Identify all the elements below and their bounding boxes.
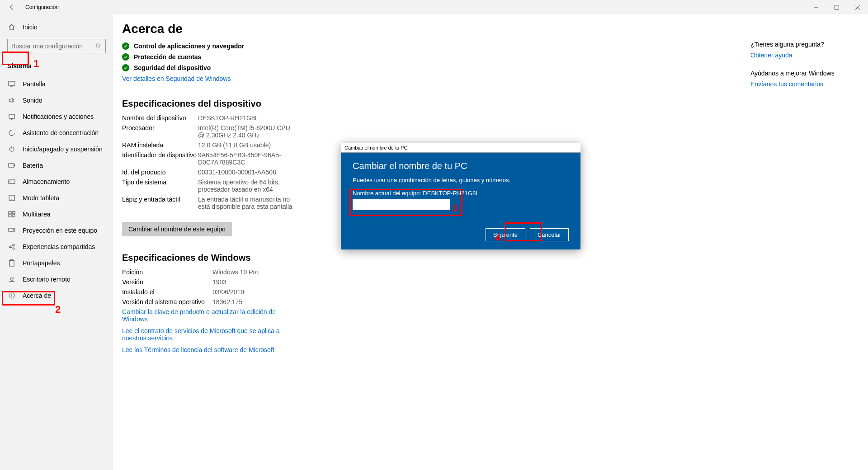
right-panel: ¿Tienes alguna pregunta? Obtener ayuda A… bbox=[750, 41, 850, 99]
power-icon bbox=[7, 146, 16, 153]
sidebar-item-portapapeles[interactable]: Portapapeles bbox=[0, 255, 113, 271]
search-icon bbox=[95, 43, 102, 49]
notifications-icon bbox=[7, 113, 16, 120]
window-title: Configuración bbox=[25, 4, 59, 10]
dialog-next-button[interactable]: Siguiente bbox=[486, 228, 525, 241]
sidebar-item-escritorio-remoto[interactable]: Escritorio remoto bbox=[0, 271, 113, 287]
svg-rect-17 bbox=[9, 212, 11, 214]
svg-line-25 bbox=[11, 245, 13, 246]
dialog-name-input[interactable] bbox=[353, 199, 450, 210]
sidebar-item-almacenamiento[interactable]: Almacenamiento bbox=[0, 174, 113, 190]
security-item-label: Protección de cuentas bbox=[134, 53, 201, 61]
sidebar-item-label: Almacenamiento bbox=[23, 178, 70, 185]
sidebar-item-proyeccion[interactable]: Proyección en este equipo bbox=[0, 222, 113, 239]
product-key-link[interactable]: Cambiar la clave de producto o actualiza… bbox=[122, 308, 294, 323]
back-button[interactable] bbox=[6, 2, 17, 13]
sidebar-item-label: Multitarea bbox=[23, 211, 50, 218]
rename-pc-button[interactable]: Cambiar el nombre de este equipo bbox=[122, 222, 232, 236]
spec-value: 9A654E56-5EB3-450E-96A5-D0C7A7889C3C bbox=[198, 151, 293, 166]
spec-label: Versión del sistema operativo bbox=[122, 298, 212, 306]
spec-value: La entrada táctil o manuscrita no está d… bbox=[198, 196, 293, 210]
license-terms-link[interactable]: Lee los Términos de licencia del softwar… bbox=[122, 346, 294, 353]
sidebar-group-title: Sistema bbox=[0, 59, 113, 73]
sidebar-item-label: Modo tableta bbox=[23, 194, 59, 202]
svg-point-24 bbox=[13, 248, 14, 249]
svg-rect-18 bbox=[12, 212, 15, 214]
sidebar-item-pantalla[interactable]: Pantalla bbox=[0, 76, 113, 92]
get-help-link[interactable]: Obtener ayuda bbox=[750, 52, 850, 59]
close-button[interactable] bbox=[847, 0, 868, 14]
svg-rect-8 bbox=[9, 114, 14, 118]
device-spec-title: Especificaciones del dispositivo bbox=[122, 99, 850, 109]
check-icon: ✓ bbox=[122, 53, 129, 61]
spec-value: DESKTOP-RH21G8I bbox=[198, 114, 257, 122]
minimize-button[interactable] bbox=[806, 0, 826, 14]
sidebar-item-label: Experiencias compartidas bbox=[23, 243, 95, 250]
security-item: ✓ Protección de cuentas bbox=[122, 53, 850, 61]
spec-label: Procesador bbox=[122, 124, 198, 139]
focus-icon bbox=[7, 129, 16, 136]
spec-label: Identificador de dispositivo bbox=[122, 151, 198, 166]
services-agreement-link[interactable]: Lee el contrato de servicios de Microsof… bbox=[122, 327, 294, 342]
svg-rect-1 bbox=[835, 5, 839, 9]
spec-label: Nombre del dispositivo bbox=[122, 114, 198, 122]
dialog-titlebar: Cambiar el nombre de tu PC bbox=[341, 143, 580, 153]
sidebar-item-multitarea[interactable]: Multitarea bbox=[0, 206, 113, 222]
spec-value: Windows 10 Pro bbox=[212, 268, 259, 276]
sidebar-search[interactable] bbox=[7, 39, 106, 53]
svg-rect-21 bbox=[9, 228, 13, 231]
sidebar-home-label: Inicio bbox=[23, 24, 38, 31]
sidebar-item-experiencias[interactable]: Experiencias compartidas bbox=[0, 239, 113, 255]
sidebar-item-label: Portapapeles bbox=[23, 259, 60, 267]
svg-point-22 bbox=[9, 246, 11, 248]
security-item: ✓ Seguridad del dispositivo bbox=[122, 64, 850, 71]
svg-rect-27 bbox=[9, 260, 14, 266]
svg-rect-11 bbox=[9, 164, 14, 167]
sidebar-item-label: Proyección en este equipo bbox=[23, 227, 97, 234]
svg-rect-20 bbox=[12, 215, 15, 217]
svg-rect-12 bbox=[14, 164, 15, 166]
check-icon: ✓ bbox=[122, 64, 129, 71]
clipboard-icon bbox=[7, 259, 16, 267]
sidebar-item-label: Escritorio remoto bbox=[23, 276, 71, 283]
sidebar-item-label: Inicio/apagado y suspensión bbox=[23, 146, 103, 153]
spec-label: Id. del producto bbox=[122, 169, 198, 176]
feedback-link[interactable]: Envíanos tus comentarios bbox=[750, 80, 850, 88]
storage-icon bbox=[7, 179, 16, 184]
maximize-button[interactable] bbox=[826, 0, 847, 14]
sidebar-item-asistente[interactable]: Asistente de concentración bbox=[0, 125, 113, 141]
battery-icon bbox=[7, 163, 16, 168]
home-icon bbox=[7, 24, 16, 31]
window-titlebar: Configuración bbox=[0, 0, 868, 14]
remote-icon bbox=[7, 276, 16, 282]
sidebar-home[interactable]: Inicio bbox=[0, 19, 113, 35]
sidebar-item-sonido[interactable]: Sonido bbox=[0, 92, 113, 108]
project-icon bbox=[7, 227, 16, 234]
sidebar-item-energia[interactable]: Inicio/apagado y suspensión bbox=[0, 141, 113, 157]
sidebar-item-bateria[interactable]: Batería bbox=[0, 157, 113, 174]
sidebar-item-notificaciones[interactable]: Notificaciones y acciones bbox=[0, 108, 113, 125]
sidebar-item-acerca-de[interactable]: Acerca de bbox=[0, 287, 113, 304]
windows-spec-title: Especificaciones de Windows bbox=[122, 253, 850, 263]
dialog-subtitle: Puedes usar una combinación de letras, g… bbox=[353, 177, 569, 183]
spec-label: Instalado el bbox=[122, 288, 212, 296]
sidebar-item-label: Sonido bbox=[23, 97, 42, 104]
dialog-heading: Cambiar el nombre de tu PC bbox=[353, 161, 569, 171]
svg-point-23 bbox=[13, 244, 14, 246]
sidebar-item-tableta[interactable]: Modo tableta bbox=[0, 190, 113, 206]
windows-specs: EdiciónWindows 10 Pro Versión1903 Instal… bbox=[122, 268, 850, 306]
improve-label: Ayúdanos a mejorar Windows bbox=[750, 70, 850, 77]
check-icon: ✓ bbox=[122, 42, 129, 50]
svg-rect-6 bbox=[9, 81, 15, 85]
dialog-cancel-button[interactable]: Cancelar bbox=[530, 228, 569, 241]
search-input[interactable] bbox=[11, 42, 95, 50]
shared-icon bbox=[7, 244, 16, 250]
svg-point-4 bbox=[96, 44, 100, 47]
security-details-link[interactable]: Ver detalles en Seguridad de Windows bbox=[122, 75, 294, 82]
sidebar: Inicio Sistema Pantalla Sonido Notificac… bbox=[0, 14, 113, 470]
dialog-current-name-label: Nombre actual del equipo: DESKTOP-RH21G8… bbox=[353, 190, 569, 197]
spec-value: 1903 bbox=[212, 278, 226, 286]
sidebar-item-label: Asistente de concentración bbox=[23, 129, 99, 136]
spec-value: 12,0 GB (11,8 GB usable) bbox=[198, 141, 271, 149]
svg-point-31 bbox=[11, 294, 12, 295]
